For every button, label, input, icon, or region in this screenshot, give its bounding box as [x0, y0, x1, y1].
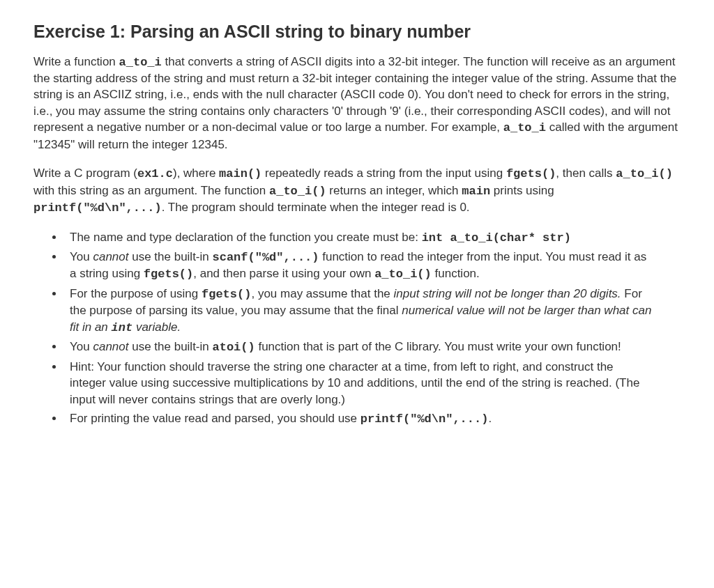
code-a-to-i: a_to_i	[503, 121, 546, 134]
code-a-to-i: a_to_i	[119, 56, 162, 69]
emphasis-cannot: cannot	[93, 250, 128, 263]
text: , and then parse it using your own	[193, 267, 374, 280]
text: with this string as an argument. The fun…	[33, 184, 269, 197]
list-item: The name and type declaration of the fun…	[64, 229, 653, 246]
code-a-to-i: a_to_i()	[616, 167, 673, 180]
text: For the purpose of using	[70, 287, 202, 300]
list-item: You cannot use the built-in scanf("%d",.…	[64, 249, 653, 283]
text: Hint: Your function should traverse the …	[70, 360, 639, 406]
text: , you may assume that the	[251, 287, 393, 300]
list-item: You cannot use the built-in atoi() funct…	[64, 339, 653, 355]
code-filename: ex1.c	[137, 167, 173, 180]
code-main: main	[462, 185, 490, 198]
text: You	[70, 250, 93, 263]
code-scanf: scanf("%d",...)	[212, 251, 319, 264]
text: . The program should terminate when the …	[162, 201, 470, 214]
bullet-list: The name and type declaration of the fun…	[64, 229, 681, 428]
text: use the built-in	[128, 340, 212, 353]
list-item: Hint: Your function should traverse the …	[64, 359, 653, 408]
text: use the built-in	[128, 250, 212, 263]
text: Write a C program (	[33, 167, 137, 180]
code-atoi: atoi()	[212, 341, 255, 354]
text: ), where	[173, 167, 219, 180]
code-a-to-i: a_to_i()	[374, 268, 432, 281]
text: The name and type declaration of the fun…	[70, 231, 422, 244]
exercise-title: Exercise 1: Parsing an ASCII string to b…	[33, 20, 681, 44]
code-declaration: int a_to_i(char* str)	[422, 231, 571, 245]
text: .	[488, 412, 492, 425]
text: prints using	[490, 184, 554, 197]
emphasis: input string will not be longer than 20 …	[394, 287, 621, 300]
text: function.	[432, 267, 480, 280]
paragraph-1: Write a function a_to_i that converts a …	[33, 54, 681, 153]
code-fgets: fgets()	[202, 288, 251, 301]
list-item: For the purpose of using fgets(), you ma…	[64, 286, 653, 336]
document-page: Exercise 1: Parsing an ASCII string to b…	[0, 0, 714, 458]
text: function that is part of the C library. …	[255, 340, 621, 353]
text: Write a function	[33, 55, 119, 68]
text: returns an integer, which	[326, 184, 462, 197]
text: For printing the value read and parsed, …	[70, 412, 360, 425]
code-printf: printf("%d\n",...)	[33, 201, 162, 215]
paragraph-2: Write a C program (ex1.c), where main() …	[33, 165, 681, 216]
emphasis-cannot: cannot	[93, 340, 128, 353]
text: variable.	[132, 320, 181, 334]
code-fgets: fgets()	[144, 268, 193, 281]
text: repeatedly reads a string from the input…	[261, 167, 506, 180]
code-printf: printf("%d\n",...)	[360, 412, 489, 426]
code-int: int	[112, 321, 133, 334]
text: , then calls	[556, 167, 616, 180]
list-item: For printing the value read and parsed, …	[64, 410, 653, 427]
text: You	[70, 340, 93, 353]
code-main: main()	[219, 167, 261, 180]
code-fgets: fgets()	[506, 167, 556, 180]
code-a-to-i: a_to_i()	[269, 185, 326, 198]
